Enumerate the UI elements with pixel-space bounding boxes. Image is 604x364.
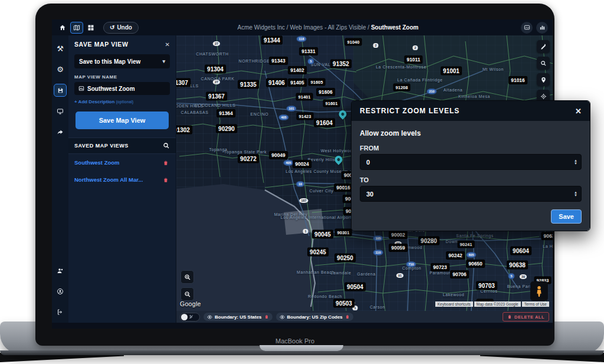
- map-search-button[interactable]: [537, 57, 550, 70]
- zoom-in-icon: [184, 274, 191, 281]
- breadcrumb: Acme Widgets Inc / Web Images - All Zips…: [139, 24, 517, 31]
- google-logo: Google: [180, 300, 201, 307]
- zip-label: 91606: [316, 88, 335, 96]
- chevron-down-icon: ▾: [162, 58, 165, 64]
- to-input[interactable]: 30 ▲▼: [360, 186, 582, 202]
- place-label: NORTHRIDGE: [239, 59, 270, 63]
- draw-button[interactable]: [537, 40, 550, 53]
- map-view-name-input[interactable]: Southwest Zoom: [74, 82, 170, 95]
- tools-button[interactable]: ⚒: [54, 42, 66, 54]
- panel-title: SAVE MAP VIEW: [74, 41, 128, 48]
- boundary-pill[interactable]: Boundary: US Zip Codes: [276, 313, 353, 321]
- add-description-link[interactable]: + Add Description (optional): [74, 99, 170, 104]
- highway-shield: 110: [373, 250, 383, 255]
- saved-map-view-link[interactable]: Northwest Zoom All Mar...: [74, 176, 143, 183]
- from-stepper[interactable]: ▲▼: [574, 159, 577, 165]
- highway-shield: 210: [426, 88, 436, 94]
- modal-save-button[interactable]: Save: [551, 209, 582, 224]
- highway-shield: 101: [286, 106, 296, 112]
- zip-label: 90250: [334, 254, 356, 263]
- table-view-button[interactable]: [85, 22, 97, 33]
- settings-button[interactable]: ⚙: [54, 63, 66, 75]
- boundary-toggle[interactable]: [180, 313, 200, 322]
- tools-icon: ⚒: [57, 44, 64, 53]
- attribution-link[interactable]: Map data ©2023 Google: [474, 301, 521, 307]
- user-settings-button[interactable]: [54, 265, 66, 277]
- zip-label: 91304: [205, 65, 226, 74]
- zip-label: 9063: [541, 232, 553, 240]
- zip-label: 91344: [261, 36, 283, 45]
- highway-shield: 118: [297, 36, 307, 42]
- spin-down-icon: ▼: [574, 162, 577, 165]
- trash-icon[interactable]: [345, 314, 350, 319]
- highway-shield: 2: [373, 43, 378, 48]
- zip-label: 90045: [312, 230, 333, 239]
- map-view-name-value: Southwest Zoom: [87, 86, 135, 92]
- trash-icon[interactable]: [264, 314, 269, 319]
- zip-label: 91401: [296, 93, 313, 101]
- zip-label: 91406: [266, 78, 287, 87]
- bar-chart-icon: [539, 24, 546, 31]
- place-label: La Cañada Flintridge: [398, 78, 443, 82]
- place-label: Manhattan Beach: [297, 270, 334, 274]
- display-button[interactable]: [54, 106, 66, 117]
- zip-label: 91307: [176, 78, 191, 87]
- to-stepper[interactable]: ▲▼: [574, 191, 577, 197]
- zip-label: 91040: [345, 38, 362, 46]
- trash-icon[interactable]: [163, 177, 169, 183]
- saved-map-views-title: SAVED MAP VIEWS: [74, 143, 129, 149]
- zoom-out-button[interactable]: [180, 287, 194, 301]
- home-button[interactable]: [57, 22, 68, 33]
- zip-label: 91405: [288, 78, 307, 87]
- highway-shield: 605: [466, 252, 476, 258]
- save-view-nav-button[interactable]: [54, 84, 67, 97]
- zip-label: 91331: [299, 47, 318, 55]
- place-label: Topanga State Park: [224, 150, 267, 154]
- boundary-pill[interactable]: Boundary: US States: [203, 313, 273, 321]
- attribution-link[interactable]: Keyboard shortcuts: [435, 301, 473, 307]
- from-input[interactable]: 0 ▲▼: [360, 154, 582, 170]
- save-map-view-button[interactable]: Save Map View: [76, 112, 169, 129]
- zip-label: 90290: [216, 124, 237, 133]
- attribution-link[interactable]: Terms of Use: [522, 301, 549, 307]
- page: MacBook Pro ↺ Undo Acme Widgets Inc / We…: [0, 0, 604, 364]
- map-pin-icon: [540, 77, 547, 83]
- from-label: FROM: [360, 145, 582, 152]
- share-button[interactable]: [54, 126, 66, 138]
- from-value: 0: [366, 159, 370, 166]
- panel-close-icon[interactable]: ✕: [165, 41, 170, 48]
- map-view-name-label: MAP VIEW NAME: [74, 74, 170, 80]
- export-image-button[interactable]: [521, 22, 533, 34]
- grid-icon: [87, 24, 94, 31]
- map-icon: [73, 24, 80, 31]
- eye-icon: [207, 314, 212, 320]
- save-mode-dropdown[interactable]: Save to this Map View ▾: [74, 54, 170, 68]
- pegman-icon: [535, 286, 543, 297]
- cursor-slash-icon: [189, 314, 193, 319]
- highway-shield: 187: [299, 198, 308, 203]
- highway-shield: 2: [412, 45, 418, 50]
- zip-label: 90272: [238, 155, 259, 163]
- pen-icon: [540, 44, 547, 50]
- modal-subtitle: Allow zoom levels: [360, 129, 582, 137]
- crosshair-icon: [540, 93, 547, 100]
- trash-icon[interactable]: [163, 160, 169, 166]
- saved-map-view-link[interactable]: Southwest Zoom: [74, 159, 120, 166]
- pin-button[interactable]: [537, 73, 550, 86]
- undo-button[interactable]: ↺ Undo: [103, 22, 139, 34]
- place-label: La Crescenta-Montrose: [376, 65, 426, 69]
- zoom-in-button[interactable]: [180, 270, 194, 284]
- eye-icon: [280, 314, 285, 320]
- search-icon[interactable]: [163, 142, 170, 149]
- modal-close-icon[interactable]: ✕: [575, 107, 582, 116]
- delete-all-button[interactable]: DELETE ALL: [503, 312, 549, 322]
- map-view-button[interactable]: [70, 22, 83, 34]
- place-label: Beverly Hills: [308, 158, 335, 162]
- logout-button[interactable]: [54, 306, 66, 318]
- analytics-button[interactable]: [536, 22, 548, 34]
- account-button[interactable]: [54, 286, 66, 297]
- zip-label: 90242: [446, 251, 465, 260]
- zip-label: 90280: [418, 237, 439, 245]
- floppy-icon: [57, 87, 64, 94]
- pegman-control[interactable]: [530, 281, 548, 301]
